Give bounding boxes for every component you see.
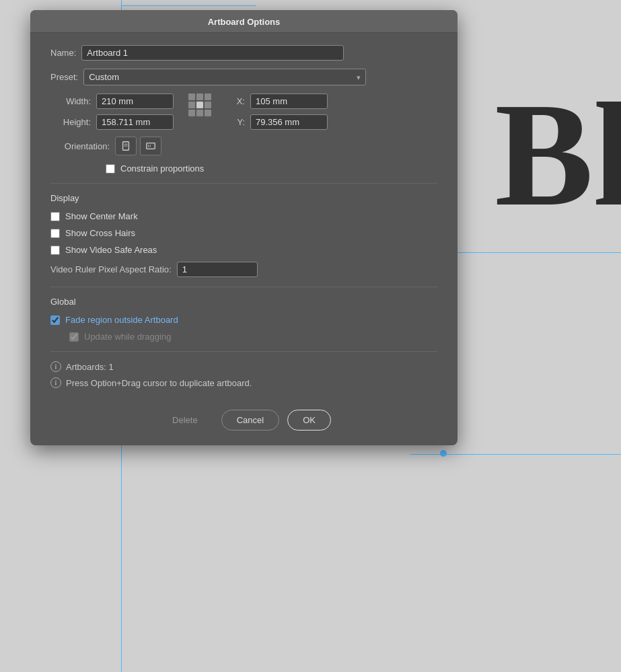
show-video-safe-checkbox[interactable] (50, 246, 60, 255)
ref-dot-tr[interactable] (205, 94, 211, 100)
name-row: Name: (50, 45, 437, 61)
height-label: Height: (50, 117, 91, 127)
ref-point-grid[interactable] (188, 94, 211, 116)
fade-region-checkbox[interactable] (50, 315, 60, 325)
dimensions-section: Width: Height: (50, 94, 437, 130)
y-label: Y: (231, 117, 245, 127)
constrain-label[interactable]: Constrain proportions (120, 163, 204, 174)
preset-select[interactable]: Custom Letter Legal Tabloid A4 A3 (83, 69, 366, 85)
info-icon-1: i (50, 361, 61, 372)
press-option-text: Press Option+Drag cursor to duplicate ar… (66, 378, 252, 388)
portrait-icon (120, 140, 131, 152)
divider-display (50, 183, 437, 184)
display-section-title: Display (50, 193, 437, 203)
orientation-row: Orientation: (50, 137, 437, 155)
width-row: Width: (50, 94, 174, 109)
show-cross-hairs-label[interactable]: Show Cross Hairs (65, 228, 135, 238)
ref-dot-mc[interactable] (196, 102, 203, 108)
video-ratio-input[interactable] (177, 262, 258, 277)
name-input[interactable] (81, 45, 344, 61)
landscape-button[interactable] (140, 137, 161, 155)
y-input[interactable] (250, 114, 328, 130)
cancel-label: Cancel (237, 415, 264, 425)
artboard-handle[interactable] (440, 450, 447, 457)
divider-info (50, 351, 437, 352)
artboards-count-row: i Artboards: 1 (50, 361, 437, 372)
height-row: Height: (50, 114, 174, 130)
dialog-title: Artboard Options (30, 10, 458, 33)
global-section-title: Global (50, 297, 437, 307)
width-label: Width: (50, 96, 91, 106)
left-dimensions: Width: Height: (50, 94, 174, 130)
divider-global (50, 287, 437, 287)
ref-dot-bl[interactable] (188, 110, 195, 116)
artboard-options-dialog: Artboard Options Name: Preset: Custom Le… (30, 10, 458, 445)
video-ratio-label: Video Ruler Pixel Aspect Ratio: (50, 264, 172, 274)
show-center-mark-checkbox[interactable] (50, 212, 60, 221)
constrain-checkbox[interactable] (106, 164, 115, 174)
dialog-title-text: Artboard Options (208, 17, 281, 27)
preset-row: Preset: Custom Letter Legal Tabloid A4 A… (50, 69, 437, 85)
height-input[interactable] (96, 114, 174, 130)
ref-dot-bc[interactable] (196, 110, 203, 116)
dialog-buttons: Delete Cancel OK (50, 403, 437, 431)
artboards-count-text: Artboards: 1 (66, 362, 114, 372)
update-dragging-row: Update while dragging (69, 332, 437, 342)
y-row: Y: (231, 114, 328, 130)
fade-region-row: Fade region outside Artboard (50, 315, 437, 325)
width-input[interactable] (96, 94, 174, 109)
portrait-button[interactable] (115, 137, 137, 155)
ref-dot-tl[interactable] (188, 94, 195, 100)
ok-button[interactable]: OK (287, 410, 331, 431)
delete-button[interactable]: Delete (157, 410, 213, 431)
svg-rect-3 (147, 143, 155, 149)
show-center-mark-label[interactable]: Show Center Mark (65, 211, 138, 221)
preset-select-wrapper: Custom Letter Legal Tabloid A4 A3 ▾ (83, 69, 366, 85)
info-icon-2: i (50, 377, 61, 388)
ref-dot-tc[interactable] (196, 94, 203, 100)
ref-dot-mr[interactable] (205, 102, 211, 108)
constrain-proportions-row: Constrain proportions (106, 163, 437, 174)
right-dimensions: X: Y: (231, 94, 328, 130)
fade-region-label[interactable]: Fade region outside Artboard (65, 315, 178, 325)
x-input[interactable] (250, 94, 328, 109)
show-center-mark-row: Show Center Mark (50, 211, 437, 221)
show-video-safe-row: Show Video Safe Areas (50, 245, 437, 255)
press-option-row: i Press Option+Drag cursor to duplicate … (50, 377, 437, 388)
update-dragging-checkbox (69, 332, 79, 342)
ref-dot-ml[interactable] (188, 102, 195, 108)
guide-horizontal-top (121, 5, 256, 6)
x-row: X: (231, 94, 328, 109)
x-label: X: (231, 96, 245, 106)
show-cross-hairs-row: Show Cross Hairs (50, 228, 437, 238)
ref-point-area (180, 94, 219, 116)
video-ratio-row: Video Ruler Pixel Aspect Ratio: (50, 262, 437, 277)
ref-dot-br[interactable] (205, 110, 211, 116)
orientation-label: Orientation: (50, 141, 110, 151)
show-video-safe-label[interactable]: Show Video Safe Areas (65, 245, 157, 255)
name-label: Name: (50, 48, 76, 58)
update-dragging-label: Update while dragging (84, 332, 171, 342)
ok-label: OK (303, 415, 316, 425)
cancel-button[interactable]: Cancel (221, 410, 279, 431)
landscape-icon (145, 140, 156, 152)
show-cross-hairs-checkbox[interactable] (50, 229, 60, 238)
delete-label: Delete (172, 415, 198, 425)
preset-label: Preset: (50, 72, 78, 82)
dialog-body: Name: Preset: Custom Letter Legal Tabloi… (30, 33, 458, 445)
